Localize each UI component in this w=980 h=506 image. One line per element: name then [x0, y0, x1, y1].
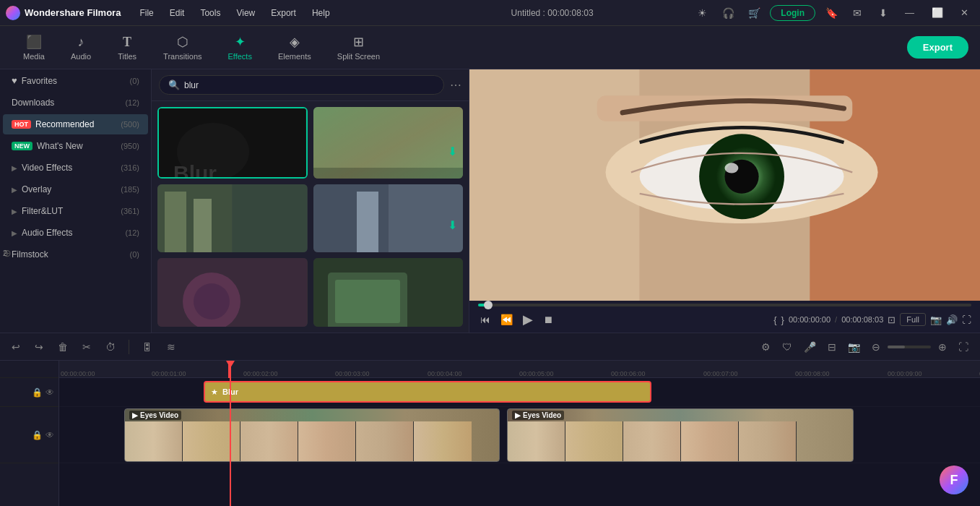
toolbar-media[interactable]: ⬛ Media: [12, 30, 56, 65]
more-options-icon[interactable]: ⋯: [450, 78, 461, 92]
undo-button[interactable]: ↩: [7, 338, 25, 356]
toolbar: ⬛ Media ♪ Audio T Titles ⬡ Transitions ✦…: [0, 26, 980, 69]
zoom-track[interactable]: [888, 346, 931, 348]
toolbar-titles[interactable]: T Titles: [105, 30, 149, 65]
split-screen-label: Split Screen: [337, 52, 380, 61]
track-options-icon[interactable]: ⊟: [823, 338, 841, 356]
menu-help[interactable]: Help: [305, 5, 337, 21]
sidebar-item-video-effects[interactable]: ▶ Video Effects (316): [3, 158, 148, 178]
delete-button[interactable]: 🗑: [53, 338, 72, 356]
effect-card-square-blur[interactable]: ⬇ Square Blur: [313, 107, 464, 179]
color-correction-button[interactable]: 🎛: [138, 338, 157, 356]
close-button[interactable]: ✕: [955, 4, 974, 21]
menu-file[interactable]: File: [132, 5, 160, 21]
menu-view[interactable]: View: [229, 5, 262, 21]
step-back-button[interactable]: ⏪: [498, 312, 515, 327]
screenshot-icon[interactable]: 📷: [930, 314, 942, 325]
timeline-right-controls: ⚙ 🛡 🎤 ⊟ 📷 ⊖ ⊕ ⛶: [757, 338, 973, 356]
progress-thumb[interactable]: [484, 301, 493, 309]
add-media-icon[interactable]: 📷: [844, 338, 864, 356]
toolbar-audio[interactable]: ♪ Audio: [59, 30, 103, 65]
toolbar-elements[interactable]: ◈ Elements: [266, 30, 323, 65]
shield-icon[interactable]: 🛡: [778, 338, 797, 356]
volume-icon[interactable]: 🔊: [946, 314, 958, 325]
zoom-out-icon[interactable]: ⊖: [867, 338, 885, 356]
timeline-body: ⊕ 🔒 👁 2 🔒 👁 00:00:00:00 00:00:01:00 00:0…: [0, 361, 980, 506]
lock-icon-video[interactable]: 🔒: [32, 430, 43, 440]
app-logo: Wondershare Filmora: [6, 6, 121, 20]
sun-icon[interactable]: ☀: [692, 3, 712, 23]
minimize-button[interactable]: —: [899, 4, 920, 21]
cut-button[interactable]: ✂: [78, 338, 95, 356]
sidebar-item-filter-lut[interactable]: ▶ Filter&LUT (361): [3, 201, 148, 221]
svg-rect-10: [194, 199, 212, 253]
fullscreen-icon[interactable]: ⛶: [962, 314, 971, 325]
timeline-toolbar: ↩ ↪ 🗑 ✂ ⏱ 🎛 ≋ ⚙ 🛡 🎤 ⊟ 📷 ⊖ ⊕ ⛶: [0, 333, 980, 361]
progress-track[interactable]: [478, 304, 971, 306]
bookmark-icon[interactable]: 🔖: [821, 3, 841, 23]
sidebar-item-overlay[interactable]: ▶ Overlay (185): [3, 179, 148, 200]
search-input[interactable]: [184, 80, 435, 90]
play-icon-1: ▶: [132, 411, 138, 419]
menu-edit[interactable]: Edit: [162, 5, 192, 21]
skip-back-button[interactable]: ⏮: [478, 312, 493, 327]
effect-card-basic-blur[interactable]: Basic Blur: [157, 184, 308, 253]
zoom-label[interactable]: Full: [900, 313, 926, 326]
maximize-button[interactable]: ⬜: [926, 4, 949, 21]
video-clip-1[interactable]: ▶ Eyes Video: [124, 408, 500, 462]
zoom-in-icon[interactable]: ⊕: [934, 338, 951, 356]
playhead[interactable]: [230, 361, 231, 506]
tracks-area[interactable]: 00:00:00:00 00:00:01:00 00:00:02:00 00:0…: [59, 361, 980, 506]
lock-icon-effect[interactable]: 🔒: [32, 387, 43, 398]
login-button[interactable]: Login: [770, 5, 815, 21]
sidebar-item-favorites[interactable]: ♥ Favorites (0): [3, 70, 148, 91]
fit-to-screen-icon[interactable]: ⊡: [888, 314, 896, 325]
sidebar-count-audio-effects: (12): [125, 228, 139, 237]
track-controls: ⊕ 🔒 👁 2 🔒 👁: [0, 361, 59, 506]
eye-icon-effect[interactable]: 👁: [45, 387, 54, 398]
effect-card-slant-blur[interactable]: ⬇ Slant Blur: [313, 184, 464, 253]
tick-6: 00:00:06:00: [611, 370, 646, 377]
mic-icon[interactable]: 🎤: [799, 338, 820, 356]
sidebar-label-favorites: Favorites: [22, 76, 130, 86]
audio-waveform-button[interactable]: ≋: [162, 338, 180, 356]
menu-export[interactable]: Export: [264, 5, 303, 21]
tick-0: 00:00:00:00: [61, 370, 95, 377]
menu-tools[interactable]: Tools: [193, 5, 227, 21]
sidebar-item-recommended[interactable]: HOT Recommended (500): [3, 114, 148, 134]
sidebar-item-filmstock[interactable]: Filmstock (0): [3, 244, 148, 265]
toolbar-split-screen[interactable]: ⊞ Split Screen: [326, 30, 391, 65]
eye-icon-video[interactable]: 👁: [45, 430, 54, 440]
cart-icon[interactable]: 🛒: [744, 3, 764, 23]
sidebar-count-filter-lut: (361): [121, 207, 139, 215]
tick-5: 00:00:05:00: [519, 370, 554, 377]
media-icon: ⬛: [26, 34, 42, 50]
effect-card-blur[interactable]: Blur Blur: [157, 107, 308, 179]
sidebar-count-video-effects: (316): [121, 163, 139, 172]
redo-button[interactable]: ↪: [30, 338, 48, 356]
frame: [508, 421, 565, 461]
clip2-frames: [508, 421, 853, 461]
settings-icon[interactable]: ⚙: [757, 338, 775, 356]
sidebar-item-downloads[interactable]: Downloads (12): [3, 93, 148, 113]
video-track-controls: 2 🔒 👁: [0, 407, 58, 463]
headphone-icon[interactable]: 🎧: [718, 3, 738, 23]
effect-card-5[interactable]: [157, 258, 308, 327]
mail-icon[interactable]: ✉: [847, 3, 867, 23]
sidebar-item-whats-new[interactable]: NEW What's New (950): [3, 136, 148, 156]
time-button[interactable]: ⏱: [101, 338, 120, 356]
main-area: ♥ Favorites (0) Downloads (12) HOT Recom…: [0, 69, 980, 333]
blur-effect-clip[interactable]: ★ Blur: [204, 381, 651, 403]
timeline-fullscreen-icon[interactable]: ⛶: [954, 338, 973, 356]
search-field-wrapper[interactable]: 🔍: [159, 75, 444, 95]
toolbar-transitions[interactable]: ⬡ Transitions: [152, 30, 213, 65]
play-button[interactable]: ▶: [521, 309, 535, 330]
effect-card-6[interactable]: [313, 258, 464, 327]
stop-button[interactable]: ⏹: [541, 312, 555, 327]
download-icon[interactable]: ⬇: [873, 3, 893, 23]
frame: [356, 421, 414, 461]
toolbar-effects[interactable]: ✦ Effects: [217, 30, 264, 65]
sidebar-item-audio-effects[interactable]: ▶ Audio Effects (12): [3, 223, 148, 243]
export-button[interactable]: Export: [907, 36, 968, 59]
video-clip-2[interactable]: ▶ Eyes Video: [507, 408, 854, 462]
